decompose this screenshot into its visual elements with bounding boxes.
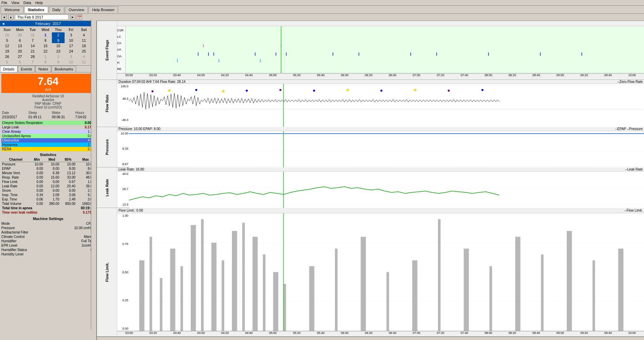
cal-day[interactable]: 5 — [1, 59, 13, 65]
cal-day-today[interactable]: 9 — [52, 38, 65, 43]
event-flags-y-label: Event Flags — [105, 40, 109, 61]
svg-rect-66 — [309, 266, 314, 331]
cal-day[interactable]: 8 — [39, 38, 52, 43]
cal-day[interactable]: 23 — [52, 49, 65, 54]
cal-day[interactable]: 7 — [26, 38, 39, 43]
cal-day[interactable]: 4 — [77, 54, 90, 59]
cal-day[interactable]: 10 — [65, 38, 77, 43]
menu-file[interactable]: File — [1, 1, 7, 5]
cal-day[interactable]: 1 — [39, 54, 52, 59]
cal-day[interactable]: 29 — [1, 32, 13, 38]
cal-day[interactable]: 5 — [1, 38, 13, 43]
event-csr: Cheyne Stokes Respiration0.00% — [1, 121, 95, 125]
cal-day[interactable]: 1 — [39, 32, 52, 38]
cal-header-tue: Tue — [26, 27, 39, 32]
svg-point-31 — [347, 89, 349, 91]
svg-rect-74 — [515, 237, 520, 331]
tab-welcome[interactable]: Welcome — [1, 6, 24, 13]
flag-label-csr: CSR — [117, 29, 125, 32]
cal-day[interactable]: 8 — [39, 59, 52, 65]
cal-month-year: February 2017 — [35, 22, 61, 26]
cal-day[interactable]: 11 — [77, 59, 90, 65]
cal-day[interactable]: 10 — [65, 59, 77, 65]
svg-rect-72 — [464, 249, 469, 331]
tab-overview[interactable]: Overview — [65, 6, 88, 13]
cal-day[interactable]: 9 — [52, 59, 65, 65]
flag-label-ca: CA — [117, 41, 125, 45]
cal-grid: Sun Mon Tue Wed Thu Fri Sat 29 30 31 1 — [0, 26, 96, 65]
svg-rect-54 — [170, 249, 175, 331]
cal-day[interactable]: 27 — [13, 54, 26, 59]
tab-bookmarks[interactable]: Bookmarks — [52, 66, 76, 72]
cal-day[interactable]: 22 — [39, 49, 52, 54]
menu-view[interactable]: View — [11, 1, 20, 5]
svg-point-27 — [222, 90, 224, 92]
menu-help[interactable]: Help — [35, 1, 43, 5]
cal-day[interactable]: 14 — [26, 43, 39, 49]
tab-details[interactable]: Details — [0, 66, 18, 72]
event-flags-svg — [126, 26, 644, 73]
leak-rate-chart: Leak Rate Leak Rate: 16.80 --Leak Rate 4… — [97, 167, 644, 208]
svg-point-30 — [313, 90, 315, 92]
tab-daily[interactable]: Daily — [49, 6, 64, 13]
cal-day[interactable]: 4 — [77, 32, 90, 38]
tab-events[interactable]: Events — [18, 66, 35, 72]
svg-rect-73 — [489, 266, 492, 331]
cal-day[interactable]: 26 — [1, 54, 13, 59]
svg-rect-56 — [191, 225, 196, 331]
menu-data[interactable]: Data — [23, 1, 31, 5]
nav-back[interactable]: ◄ — [1, 14, 7, 20]
svg-point-25 — [168, 90, 170, 92]
nav-calendar[interactable]: 📅 — [77, 14, 82, 20]
cal-day[interactable]: 16 — [52, 43, 65, 49]
toolbar: Welcome Statistics Daily Overview Help B… — [0, 6, 644, 14]
cal-day[interactable]: 24 — [65, 49, 77, 54]
cal-day[interactable]: 17 — [65, 43, 77, 49]
cal-day[interactable]: 18 — [77, 43, 90, 49]
svg-rect-0 — [126, 26, 644, 73]
horizontal-scrollbar[interactable] — [97, 337, 644, 340]
cal-day[interactable]: 13 — [13, 43, 26, 49]
cal-day[interactable]: 3 — [65, 32, 77, 38]
cal-day[interactable]: 15 — [39, 43, 52, 49]
svg-point-32 — [380, 90, 382, 92]
cal-day[interactable]: 12 — [1, 43, 13, 49]
stats-table: ChannelMinMed95%Max Pressure10.0010.0010… — [1, 157, 95, 206]
leak-redline: Time over leak redline0.173% — [1, 210, 95, 215]
pressure-y-label: Pressure — [105, 139, 109, 155]
tab-help-browser[interactable]: Help Browser — [89, 6, 118, 13]
svg-point-28 — [246, 90, 248, 92]
cal-day[interactable]: 3 — [65, 54, 77, 59]
event-unclassified: Unclassified Apnea0.00 — [1, 134, 95, 138]
cal-day[interactable]: 28 — [26, 54, 39, 59]
event-hypopnea: Hypopnea1.70 — [1, 143, 95, 147]
cal-header-wed: Wed — [39, 27, 52, 32]
flow-limit-chart: Flow Limit. Flow Limit.: 0.00 --Flow Lim… — [97, 208, 644, 337]
cal-day[interactable]: 20 — [13, 49, 26, 54]
cal-day[interactable]: 7 — [26, 59, 39, 65]
cal-day[interactable]: 11 — [77, 38, 90, 43]
cal-day[interactable]: 6 — [13, 59, 26, 65]
cal-day[interactable]: 21 — [26, 49, 39, 54]
flow-rate-y-label: Flow Rate — [105, 95, 109, 112]
left-scrollbar[interactable] — [91, 21, 96, 330]
leak-rate-y-label: Leak Rate — [105, 179, 109, 196]
nav-up[interactable]: ▲ — [8, 14, 13, 20]
cal-day-selected[interactable]: 2 — [52, 32, 65, 38]
cal-day[interactable]: 6 — [13, 38, 26, 43]
cal-day[interactable]: 2 — [52, 54, 65, 59]
svg-rect-62 — [252, 237, 258, 331]
details-panel: 7.64 AHI ResMed AirSense 10 AutoSet PAP … — [0, 72, 96, 340]
cal-prev[interactable]: ◄ — [1, 22, 5, 26]
tab-statistics[interactable]: Statistics — [24, 6, 48, 13]
cal-day[interactable]: 30 — [13, 32, 26, 38]
flow-limit-svg — [129, 213, 644, 331]
cal-day[interactable]: 19 — [1, 49, 13, 54]
nav-forward[interactable]: ► — [70, 14, 75, 20]
cal-day[interactable]: 25 — [77, 49, 90, 54]
tab-notes[interactable]: Notes — [35, 66, 51, 72]
total-apnea: Total time in apnea00:19:29 — [1, 206, 95, 210]
cal-day[interactable]: 31 — [26, 32, 39, 38]
stats-title: Statistics — [1, 153, 95, 157]
device-info: ResMed AirSense 10 AutoSet PAP Mode: CPA… — [1, 94, 95, 109]
